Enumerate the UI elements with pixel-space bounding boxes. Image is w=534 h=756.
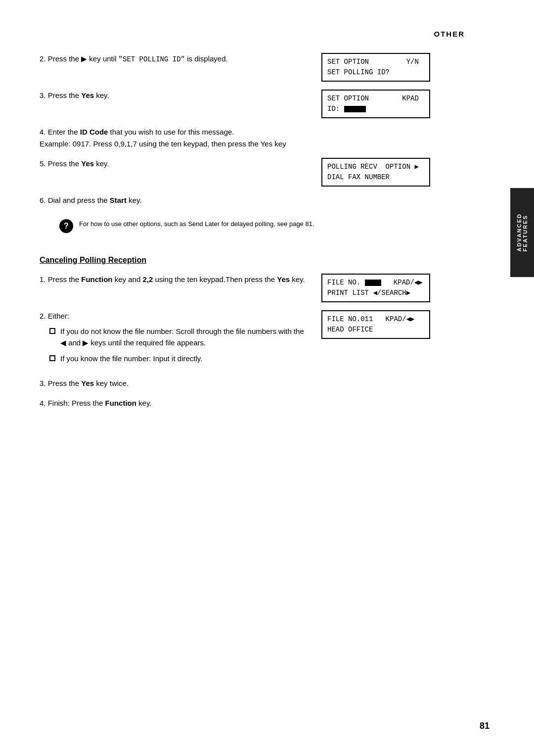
sidebar-tab-text: ADVANCEDFEATURES bbox=[516, 213, 528, 252]
step-5-row: 5. Press the Yes key. POLLING RECV OPTIO… bbox=[40, 158, 460, 187]
lcd-display-1: SET OPTION Y/N SET POLLING ID? bbox=[321, 53, 430, 82]
s2-step-4-row: 4. Finish: Press the Function key. bbox=[40, 397, 460, 409]
s2-step-1-text: 1. Press the Function key and 2,2 using … bbox=[40, 274, 307, 285]
bullet-square-1 bbox=[49, 328, 55, 334]
bullet-list: If you do not know the file number: Scro… bbox=[49, 326, 307, 365]
s2-step-1-row: 1. Press the Function key and 2,2 using … bbox=[40, 274, 460, 302]
step-2-text: 2. Press the ▶ key until "SET POLLING ID… bbox=[40, 53, 307, 65]
step-4-row: 4. Enter the ID Code that you wish to us… bbox=[40, 126, 460, 150]
bullet-item-2: If you know the file number: Input it di… bbox=[49, 353, 307, 365]
step-4-text: 4. Enter the ID Code that you wish to us… bbox=[40, 126, 307, 150]
step-3-lcd: SET OPTION KPAD ID: bbox=[321, 90, 460, 118]
header-section: OTHER bbox=[434, 30, 465, 38]
lcd-display-3: POLLING RECV OPTION ▶ DIAL FAX NUMBER bbox=[321, 158, 430, 187]
s2-step-3-text: 3. Press the Yes key twice. bbox=[40, 378, 307, 389]
step-5-text: 5. Press the Yes key. bbox=[40, 158, 307, 170]
s2-step-3-row: 3. Press the Yes key twice. bbox=[40, 378, 460, 389]
s2-step-2-text: 2. Either: If you do not know the file n… bbox=[40, 310, 307, 370]
step-3-text: 3. Press the Yes key. bbox=[40, 90, 307, 101]
sidebar-tab: ADVANCEDFEATURES bbox=[510, 188, 534, 277]
bullet-text-2: If you know the file number: Input it di… bbox=[60, 353, 202, 365]
step-3-row: 3. Press the Yes key. SET OPTION KPAD ID… bbox=[40, 90, 460, 118]
s2-step-2-lcd: FILE NO.011 KPAD/◀▶ HEAD OFFICE bbox=[321, 310, 460, 339]
bullet-item-1: If you do not know the file number: Scro… bbox=[49, 326, 307, 348]
info-text: For how to use other options, such as Se… bbox=[79, 219, 314, 229]
lcd-display-4: FILE NO. KPAD/◀▶ PRINT LIST ◀/SEARCH▶ bbox=[321, 274, 430, 302]
lcd-display-5: FILE NO.011 KPAD/◀▶ HEAD OFFICE bbox=[321, 310, 430, 339]
step-5-lcd: POLLING RECV OPTION ▶ DIAL FAX NUMBER bbox=[321, 158, 460, 187]
bullet-square-2 bbox=[49, 355, 55, 361]
step-6-text: 6. Dial and press the Start key. bbox=[40, 194, 307, 206]
bullet-text-1: If you do not know the file number: Scro… bbox=[60, 326, 307, 348]
section-2-heading: Canceling Polling Reception bbox=[40, 256, 460, 265]
step-6-row: 6. Dial and press the Start key. bbox=[40, 194, 460, 206]
content-area: 2. Press the ▶ key until "SET POLLING ID… bbox=[40, 53, 494, 417]
s2-step-4-text: 4. Finish: Press the Function key. bbox=[40, 397, 307, 409]
page-number: 81 bbox=[480, 721, 490, 731]
step-2-row: 2. Press the ▶ key until "SET POLLING ID… bbox=[40, 53, 460, 82]
s2-step-1-lcd: FILE NO. KPAD/◀▶ PRINT LIST ◀/SEARCH▶ bbox=[321, 274, 460, 302]
page: ADVANCEDFEATURES OTHER 2. Press the ▶ ke… bbox=[0, 0, 534, 756]
info-box: ? For how to use other options, such as … bbox=[59, 219, 460, 233]
s2-step-2-row: 2. Either: If you do not know the file n… bbox=[40, 310, 460, 370]
page-header: OTHER bbox=[40, 30, 494, 38]
lcd-display-2: SET OPTION KPAD ID: bbox=[321, 90, 430, 118]
info-icon: ? bbox=[59, 219, 73, 233]
step-2-lcd: SET OPTION Y/N SET POLLING ID? bbox=[321, 53, 460, 82]
